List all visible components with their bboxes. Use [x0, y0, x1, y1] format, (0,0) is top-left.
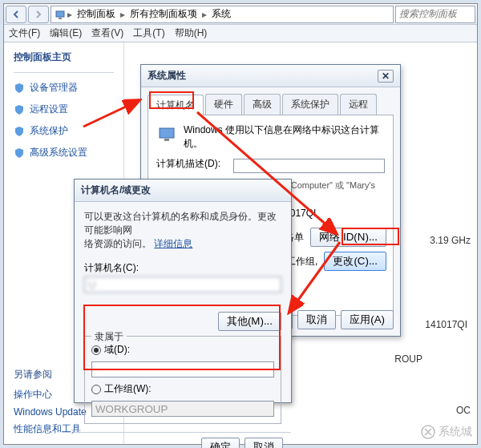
more-button[interactable]: 其他(M)...	[218, 312, 281, 331]
chevron-right-icon: ▸	[120, 9, 125, 20]
radio-icon[interactable]	[91, 385, 101, 394]
group-label: ROUP	[394, 353, 422, 365]
shield-icon	[14, 147, 25, 159]
sidebar-item-device-manager[interactable]: 设备管理器	[14, 81, 114, 95]
menu-bar: 文件(F) 编辑(E) 查看(V) 工具(T) 帮助(H)	[4, 25, 477, 42]
dialog-title: 系统属性	[148, 69, 186, 83]
workgroup-suffix: 141017QI	[425, 319, 467, 330]
menu-edit[interactable]: 编辑(E)	[50, 26, 82, 40]
menu-view[interactable]: 查看(V)	[91, 26, 123, 40]
crumb-all-items[interactable]: 所有控制面板项	[127, 7, 200, 21]
workgroup-label: 工作组(W):	[104, 382, 152, 396]
workgroup-radio-row[interactable]: 工作组(W):	[91, 382, 274, 396]
spec-ghz: 3.19 GHz	[430, 235, 471, 246]
details-link[interactable]: 详细信息	[154, 238, 192, 249]
tab-hardware[interactable]: 硬件	[205, 94, 242, 115]
close-icon[interactable]: ✕	[378, 70, 394, 83]
chevron-right-icon: ▸	[67, 9, 72, 20]
back-button[interactable]	[6, 6, 26, 23]
chevron-right-icon: ▸	[202, 9, 207, 20]
crumb-system[interactable]: 系统	[208, 7, 234, 21]
cancel-button[interactable]: 取消	[245, 438, 283, 448]
computer-name-label: 计算机名(C):	[84, 261, 281, 275]
menu-help[interactable]: 帮助(H)	[175, 26, 208, 40]
dialog-titlebar[interactable]: 系统属性 ✕	[141, 65, 400, 87]
domain-input[interactable]	[91, 361, 274, 377]
sidebar-item-protection[interactable]: 系统保护	[14, 124, 114, 138]
sidebar-item-remote[interactable]: 远程设置	[14, 103, 114, 116]
shield-icon	[14, 104, 25, 115]
computer-icon	[156, 123, 179, 146]
name-change-dialog: 计算机名/域更改 可以更改这台计算机的名称和成员身份。更改可能影响网 络资源的访…	[74, 179, 292, 403]
tab-advanced[interactable]: 高级	[244, 94, 281, 115]
desc-label: 计算机描述(D):	[156, 157, 228, 173]
watermark: 系统城	[421, 425, 472, 439]
intro-text-2: 络资源的访问。	[84, 238, 152, 249]
dialog-titlebar[interactable]: 计算机名/域更改	[75, 180, 291, 202]
member-of-group: 隶属于 域(D): 工作组(W):	[84, 336, 281, 424]
computer-name-input[interactable]	[84, 276, 281, 293]
cancel-button[interactable]: 取消	[297, 310, 336, 329]
desc-input[interactable]	[233, 159, 385, 173]
ok-button[interactable]: 确定	[201, 438, 240, 448]
domain-label: 域(D):	[104, 343, 130, 357]
group-legend: 隶属于	[91, 330, 127, 344]
svg-rect-3	[160, 128, 174, 138]
breadcrumb[interactable]: ▸ 控制面板 ▸ 所有控制面板项 ▸ 系统	[51, 6, 394, 23]
svg-rect-4	[164, 139, 169, 141]
shield-icon	[14, 126, 25, 137]
svg-rect-0	[56, 11, 64, 17]
domain-radio-row[interactable]: 域(D):	[91, 343, 274, 357]
tab-computer-name[interactable]: 计算机名	[148, 95, 204, 115]
address-bar: ▸ 控制面板 ▸ 所有控制面板项 ▸ 系统 搜索控制面板	[4, 4, 477, 25]
network-id-button[interactable]: 网络 ID(N)...	[310, 228, 386, 247]
oc-label: OC	[456, 405, 471, 416]
workgroup-input	[91, 401, 274, 417]
search-input[interactable]: 搜索控制面板	[395, 6, 475, 23]
sidebar-item-advanced[interactable]: 高级系统设置	[14, 146, 114, 159]
fullname-preview	[84, 297, 281, 309]
menu-tools[interactable]: 工具(T)	[133, 26, 164, 40]
apply-button[interactable]: 应用(A)	[341, 310, 394, 329]
tab-strip: 计算机名 硬件 高级 系统保护 远程	[148, 94, 394, 115]
intro-text-1: 可以更改这台计算机的名称和成员身份。更改可能影响网	[84, 211, 277, 236]
crumb-control-panel[interactable]: 控制面板	[74, 7, 119, 21]
change-button[interactable]: 更改(C)...	[324, 252, 386, 271]
desc-text: Windows 使用以下信息在网络中标识这台计算机。	[184, 123, 385, 151]
tab-protection[interactable]: 系统保护	[282, 94, 338, 115]
svg-rect-1	[59, 18, 62, 19]
forward-button[interactable]	[28, 6, 49, 23]
dialog-title: 计算机名/域更改	[81, 184, 151, 197]
computer-icon	[55, 9, 66, 20]
radio-icon[interactable]	[91, 345, 101, 355]
shield-icon	[14, 83, 25, 94]
menu-file[interactable]: 文件(F)	[9, 26, 40, 40]
sidebar-title: 控制面板主页	[14, 50, 114, 64]
tab-remote[interactable]: 远程	[340, 94, 377, 115]
